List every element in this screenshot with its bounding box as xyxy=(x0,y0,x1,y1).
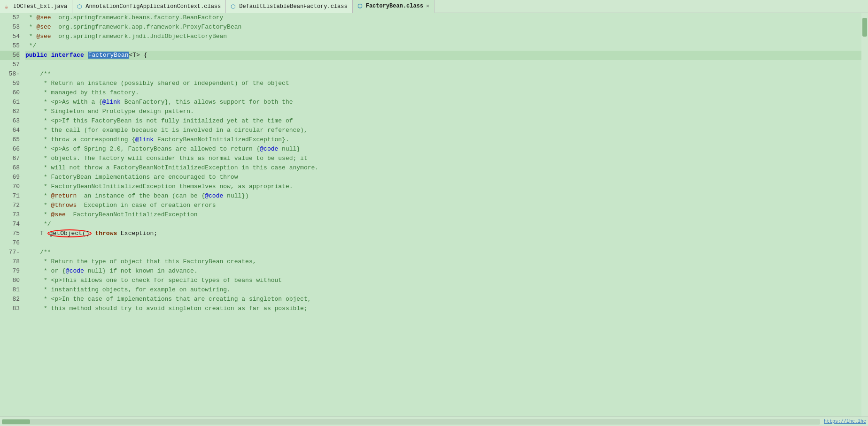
class-icon-1: ⬡ xyxy=(77,3,84,10)
line-numbers: 52 53 54 55 56 57 58- 59 60 61 62 63 64 … xyxy=(0,13,23,417)
code-line-52: * @see org.springframework.beans.factory… xyxy=(25,13,861,23)
bottom-bar: https://lhc.lhc xyxy=(0,417,868,426)
code-line-77: /** xyxy=(25,248,861,257)
ln-72: 72 xyxy=(0,201,20,210)
ln-56: 56 xyxy=(0,51,20,60)
ln-80: 80 xyxy=(0,276,20,285)
code-line-75: T getObject() throws Exception; xyxy=(25,229,861,238)
ln-64: 64 xyxy=(0,126,20,135)
ln-62: 62 xyxy=(0,107,20,116)
ln-67: 67 xyxy=(0,154,20,163)
code-line-53: * @see org.springframework.aop.framework… xyxy=(25,23,861,32)
ln-75: 75 xyxy=(0,229,20,238)
tab-label-ioctest: IOCTest_Ext.java xyxy=(13,3,67,10)
ln-57: 57 xyxy=(0,60,20,69)
code-line-68: * will not throw a FactoryBeanNotInitial… xyxy=(25,163,861,173)
ln-69: 69 xyxy=(0,173,20,182)
code-line-82: * <p>In the case of implementations that… xyxy=(25,295,861,304)
ln-58: 58- xyxy=(0,69,20,79)
code-line-62: * Singleton and Prototype design pattern… xyxy=(25,107,861,116)
code-line-71: * @return an instance of the bean (can b… xyxy=(25,191,861,201)
code-line-78: * Return the type of object that this Fa… xyxy=(25,257,861,266)
code-line-66: * <p>As of Spring 2.0, FactoryBeans are … xyxy=(25,145,861,154)
tab-ioctest[interactable]: ☕ IOCTest_Ext.java xyxy=(0,0,72,13)
code-line-58: /** xyxy=(25,69,861,79)
code-line-63: * <p>If this FactoryBean is not fully in… xyxy=(25,116,861,126)
ln-55: 55 xyxy=(0,41,20,51)
code-line-80: * <p>This allows one to check for specif… xyxy=(25,276,861,285)
code-line-65: * throw a corresponding {@link FactoryBe… xyxy=(25,135,861,145)
ln-83: 83 xyxy=(0,304,20,313)
ln-65: 65 xyxy=(0,135,20,145)
code-line-81: * instantiating objects, for example on … xyxy=(25,285,861,295)
java-icon: ☕ xyxy=(5,3,11,10)
code-line-74: */ xyxy=(25,220,861,229)
code-line-73: * @see FactoryBeanNotInitializedExceptio… xyxy=(25,210,861,220)
ln-68: 68 xyxy=(0,163,20,173)
ln-52: 52 xyxy=(0,13,20,23)
editor-area: 52 53 54 55 56 57 58- 59 60 61 62 63 64 … xyxy=(0,13,868,417)
ln-53: 53 xyxy=(0,23,20,32)
tab-label-defaultlistable: DefaultListableBeanFactory.class xyxy=(239,3,347,10)
code-line-67: * objects. The factory will consider thi… xyxy=(25,154,861,163)
ln-59: 59 xyxy=(0,79,20,88)
code-line-56: public interface FactoryBean<T> { xyxy=(25,51,861,60)
code-line-70: * FactoryBeanNotInitializedException the… xyxy=(25,182,861,191)
code-line-64: * the call (for example because it is in… xyxy=(25,126,861,135)
corner-link[interactable]: https://lhc.lhc xyxy=(824,419,866,424)
code-line-54: * @see org.springframework.jndi.JndiObje… xyxy=(25,32,861,41)
tab-annotationconfig[interactable]: ⬡ AnnotationConfigApplicationContext.cla… xyxy=(72,0,226,13)
tab-bar: ☕ IOCTest_Ext.java ⬡ AnnotationConfigApp… xyxy=(0,0,868,13)
ln-61: 61 xyxy=(0,98,20,107)
ln-77: 77- xyxy=(0,248,20,257)
ln-54: 54 xyxy=(0,32,20,41)
ln-63: 63 xyxy=(0,116,20,126)
tab-label-factorybean: FactoryBean.class xyxy=(366,3,423,9)
ln-73: 73 xyxy=(0,210,20,220)
vertical-scrollbar[interactable] xyxy=(861,13,868,417)
ln-71: 71 xyxy=(0,191,20,201)
ln-81: 81 xyxy=(0,285,20,295)
tab-defaultlistable[interactable]: ⬡ DefaultListableBeanFactory.class xyxy=(226,0,352,13)
ln-82: 82 xyxy=(0,295,20,304)
code-line-79: * or {@code null} if not known in advanc… xyxy=(25,266,861,276)
ln-78: 78 xyxy=(0,257,20,266)
code-line-60: * managed by this factory. xyxy=(25,88,861,98)
code-line-55: */ xyxy=(25,41,861,51)
close-tab-button[interactable]: ✕ xyxy=(426,3,429,9)
horizontal-scrollbar[interactable] xyxy=(2,419,820,425)
code-line-83: * this method should try to avoid single… xyxy=(25,304,861,313)
code-line-57 xyxy=(25,60,861,69)
tab-factorybean[interactable]: ⬡ FactoryBean.class ✕ xyxy=(353,0,434,13)
code-line-69: * FactoryBean implementations are encour… xyxy=(25,173,861,182)
v-scroll-thumb[interactable] xyxy=(862,18,867,37)
class-icon-3: ⬡ xyxy=(357,3,364,9)
code-area[interactable]: * @see org.springframework.beans.factory… xyxy=(23,13,861,417)
ln-76: 76 xyxy=(0,238,20,248)
code-line-76 xyxy=(25,238,861,248)
tab-label-annotationconfig: AnnotationConfigApplicationContext.class xyxy=(85,3,221,10)
ln-79: 79 xyxy=(0,266,20,276)
class-icon-2: ⬡ xyxy=(231,3,237,10)
code-line-61: * <p>As with a {@link BeanFactory}, this… xyxy=(25,98,861,107)
h-scroll-thumb[interactable] xyxy=(2,419,30,424)
code-line-72: * @throws Exception in case of creation … xyxy=(25,201,861,210)
ln-74: 74 xyxy=(0,220,20,229)
code-line-59: * Return an instance (possibly shared or… xyxy=(25,79,861,88)
ln-60: 60 xyxy=(0,88,20,98)
ln-66: 66 xyxy=(0,145,20,154)
ln-70: 70 xyxy=(0,182,20,191)
